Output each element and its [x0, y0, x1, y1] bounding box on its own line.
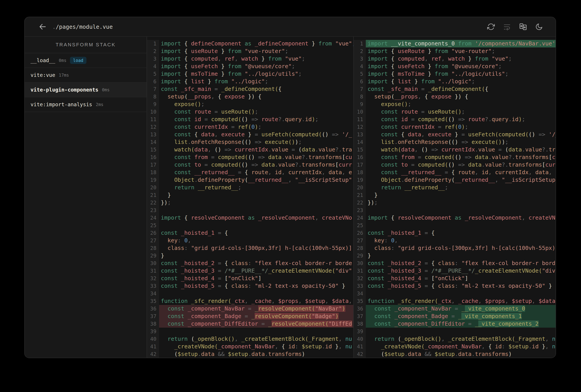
sidebar-item-load[interactable]: __load__0msload — [25, 53, 146, 68]
line-content: } — [159, 252, 353, 260]
plugin-name: __load__ — [30, 58, 55, 63]
line-content: } — [366, 191, 556, 199]
code-line: 3import { computed, ref, watch } from "v… — [354, 55, 556, 62]
code-line: 25 — [147, 222, 353, 229]
line-content: function _sfc_render(_ctx, _cache, $prop… — [366, 297, 556, 305]
code-line: 3import { computed, ref, watch } from "v… — [147, 55, 353, 62]
line-content — [366, 206, 556, 214]
line-number: 7 — [147, 85, 159, 93]
line-number: 12 — [354, 123, 366, 131]
code-line: 29} — [354, 252, 556, 260]
line-content: const _hoisted_4 = ["onClick"] — [159, 274, 353, 282]
code-line: 38 const _component_DiffEditor = _resolv… — [147, 320, 353, 328]
code-line: 19 Object.defineProperty(__returned__, "… — [147, 176, 353, 184]
line-content: const _hoisted_1 = { — [159, 229, 353, 237]
line-number: 37 — [147, 312, 159, 320]
code-line: 24import { resolveComponent as _resolveC… — [354, 214, 556, 222]
line-number: 41 — [147, 343, 159, 350]
code-line: 32const _hoisted_4 = ["onClick"] — [147, 274, 353, 282]
line-number: 34 — [147, 290, 159, 297]
line-number: 23 — [147, 206, 159, 214]
one-column-toggle-button[interactable] — [518, 22, 528, 31]
code-line: 9 expose(); — [147, 100, 353, 108]
code-line: 34 — [147, 290, 353, 297]
line-number: 36 — [354, 305, 366, 312]
code-panel-before[interactable]: 1import { defineComponent as _defineComp… — [147, 37, 354, 358]
line-number: 7 — [354, 85, 366, 93]
line-number: 21 — [147, 191, 159, 199]
code-line: 13 const { data, execute } = useFetch(co… — [354, 131, 556, 138]
code-line: 34 — [354, 290, 556, 297]
line-content: Object.defineProperty(__returned__, "__i… — [366, 176, 556, 184]
line-number: 39 — [147, 328, 159, 335]
refresh-button[interactable] — [486, 22, 496, 31]
code-line: 14 list.onFetchResponse(() => execute())… — [354, 138, 556, 146]
wrap-lines-button[interactable] — [502, 22, 512, 31]
line-content: watch(data, () => currentIdx.value = (da… — [366, 146, 556, 154]
line-content: import { computed, ref, watch } from "vu… — [159, 55, 353, 62]
code-line: 20 return __returned__; — [147, 184, 353, 191]
code-line: 6import { list } from "../logic"; — [147, 78, 353, 85]
line-number: 33 — [147, 282, 159, 290]
code-line: 35function _sfc_render(_ctx, _cache, $pr… — [147, 297, 353, 305]
line-content: const _component_Badge = _resolveCompone… — [159, 312, 353, 320]
line-content: function _sfc_render(_ctx, _cache, $prop… — [159, 297, 353, 305]
line-number: 5 — [354, 70, 366, 78]
line-number: 25 — [147, 222, 159, 229]
code-line: 7const _sfc_main = _defineComponent({ — [147, 85, 353, 93]
line-number: 40 — [147, 335, 159, 343]
line-number: 14 — [354, 138, 366, 146]
line-content: const _component_NavBar = _resolveCompon… — [159, 305, 353, 312]
code-line: 41 _createVNode(_component_NavBar, { id:… — [354, 343, 556, 350]
line-number: 6 — [147, 78, 159, 85]
dark-mode-button[interactable] — [535, 22, 544, 31]
code-line: 10 const route = useRoute(); — [354, 108, 556, 116]
line-content: const _hoisted_2 = { class: "flex flex-c… — [366, 260, 556, 267]
dark-mode-moon-icon — [535, 23, 543, 31]
wrap-lines-icon — [503, 23, 511, 31]
line-number: 10 — [354, 108, 366, 116]
code-line: 5import { msToTime } from "../logic/util… — [354, 70, 556, 78]
line-number: 28 — [147, 244, 159, 252]
code-panel-after[interactable]: 1import __vite_components_0 from '/compo… — [354, 37, 556, 358]
line-number: 4 — [354, 62, 366, 70]
plugin-time: 2ms — [96, 102, 103, 107]
line-number: 19 — [354, 176, 366, 184]
line-content: const { data, execute } = useFetch(compu… — [159, 131, 353, 138]
line-content: expose(); — [366, 100, 556, 108]
code-line: 23 — [147, 206, 353, 214]
line-number: 9 — [147, 100, 159, 108]
code-line: 17 const to = computed(() => data.value?… — [354, 161, 556, 168]
line-number: 15 — [147, 146, 159, 154]
sidebar-item-vite-import-analysis[interactable]: vite:import-analysis2ms — [25, 97, 146, 112]
code-line: 9 expose(); — [354, 100, 556, 108]
line-content: import { useRoute } from "vue-router"; — [159, 48, 353, 55]
line-number: 13 — [147, 131, 159, 138]
code-line: 2import { useRoute } from "vue-router"; — [354, 48, 556, 55]
line-content: return __returned__; — [159, 184, 353, 191]
line-content: } — [366, 252, 556, 260]
code-line: 13 const { data, execute } = useFetch(co… — [147, 131, 353, 138]
line-content: return __returned__; — [366, 184, 556, 191]
line-content: const to = computed(() => data.value?.tr… — [366, 161, 556, 168]
code-line: 14 list.onFetchResponse(() => execute())… — [147, 138, 353, 146]
code-line: 2import { useRoute } from "vue-router"; — [147, 48, 353, 55]
sidebar-item-vite-vue[interactable]: vite:vue17ms — [25, 68, 146, 83]
line-number: 1 — [147, 40, 159, 48]
line-number: 15 — [354, 146, 366, 154]
line-number: 2 — [147, 48, 159, 55]
back-button[interactable] — [38, 22, 48, 32]
sidebar-item-vite-plugin-components[interactable]: vite-plugin-components0ms — [25, 83, 146, 97]
line-content: class: "grid grid-cols-[300px,3fr] h-[ca… — [159, 244, 353, 252]
line-content — [159, 206, 353, 214]
code-line: 20 return __returned__; — [354, 184, 556, 191]
line-content: Object.defineProperty(__returned__, "__i… — [159, 176, 353, 184]
line-number: 35 — [147, 297, 159, 305]
code-line: 26const _hoisted_1 = { — [354, 229, 556, 237]
plugin-name: vite-plugin-components — [30, 87, 98, 93]
line-content: return (_openBlock(), _createElementBloc… — [159, 335, 353, 343]
sidebar-header: TRANSFORM STACK — [25, 37, 146, 53]
code-line: 8 setup(__props, { expose }) { — [354, 93, 556, 100]
line-content — [159, 290, 353, 297]
line-number: 6 — [354, 78, 366, 85]
